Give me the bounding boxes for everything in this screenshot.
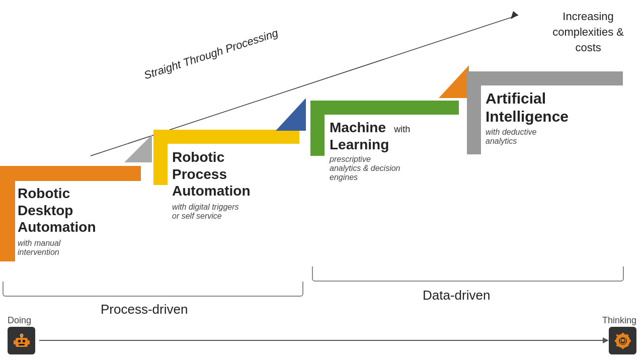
rpa-subtitle: with digital triggers or self service xyxy=(172,203,251,221)
svg-rect-9 xyxy=(28,340,30,344)
svg-rect-8 xyxy=(14,340,16,344)
svg-rect-13 xyxy=(622,346,624,349)
ai-text-block: Artificial Intelligence with deductive a… xyxy=(486,89,569,146)
ml-title-suffix: with xyxy=(394,124,410,135)
thinking-label: Thinking xyxy=(602,315,636,326)
rda-subtitle: with manual intervention xyxy=(18,239,96,257)
triangle-gray-icon xyxy=(124,135,152,162)
ai-subtitle: with deductive analytics xyxy=(486,128,569,146)
svg-rect-2 xyxy=(16,338,28,347)
process-bracket xyxy=(3,282,303,297)
axis-container xyxy=(8,327,636,354)
rpa-text-block: Robotic Process Automation with digital … xyxy=(172,149,251,221)
rpa-title: Robotic Process Automation xyxy=(172,149,251,200)
svg-rect-12 xyxy=(622,333,624,336)
svg-rect-4 xyxy=(23,340,25,342)
triangle-orange-icon xyxy=(439,65,469,98)
svg-rect-3 xyxy=(18,340,21,342)
svg-rect-14 xyxy=(615,340,618,342)
rda-text-block: Robotic Desktop Automation with manual i… xyxy=(18,185,96,257)
stp-label: Straight Through Processing xyxy=(142,27,280,82)
svg-point-20 xyxy=(621,339,624,342)
doing-label: Doing xyxy=(8,315,31,326)
svg-rect-15 xyxy=(628,340,631,342)
svg-point-7 xyxy=(20,334,23,337)
ml-text-block: Machine Learning with prescriptive analy… xyxy=(330,119,410,182)
ai-title: Artificial Intelligence xyxy=(486,89,569,126)
axis-line xyxy=(39,340,605,341)
triangle-blue-icon xyxy=(276,98,306,131)
brain-icon xyxy=(609,327,636,354)
robot-icon xyxy=(8,327,35,354)
ml-title: Machine Learning xyxy=(330,119,389,153)
svg-rect-5 xyxy=(19,344,25,345)
ml-subtitle: prescriptive analytics & decision engine… xyxy=(330,155,410,182)
data-driven-label: Data-driven xyxy=(423,288,490,303)
svg-marker-1 xyxy=(511,11,518,19)
data-bracket xyxy=(312,266,624,282)
rda-title: Robotic Desktop Automation xyxy=(18,185,96,236)
complexity-label: Increasing complexities & costs xyxy=(552,9,624,55)
process-driven-label: Process-driven xyxy=(101,302,188,317)
